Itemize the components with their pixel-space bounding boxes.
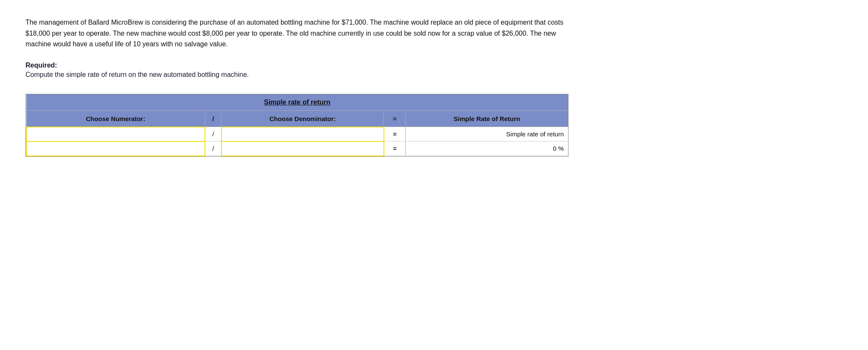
table-sub-header-row: Choose Numerator: / Choose Denominator: … — [26, 110, 568, 127]
divider-1: / — [205, 127, 221, 141]
numerator-input-2[interactable] — [30, 145, 201, 152]
denominator-input-cell-1[interactable] — [221, 127, 384, 141]
result-cell-2: 0% — [406, 141, 568, 156]
denominator-input-1[interactable] — [225, 130, 380, 138]
numerator-input-cell-2[interactable] — [26, 141, 205, 156]
rate-of-return-table: Simple rate of return Choose Numerator: … — [25, 94, 568, 157]
table-main-header-row: Simple rate of return — [26, 94, 568, 111]
result-cell-1: Simple rate of return — [406, 127, 568, 141]
required-label: Required: — [25, 62, 568, 69]
required-section: Required: Compute the simple rate of ret… — [25, 62, 568, 79]
table-row-1: / = Simple rate of return — [26, 127, 568, 141]
numerator-input-cell-1[interactable] — [26, 127, 205, 141]
table-main-header-cell: Simple rate of return — [26, 94, 568, 111]
equals-sign-1: = — [384, 127, 406, 141]
header-equals: = — [384, 110, 406, 127]
numerator-input-1[interactable] — [30, 130, 201, 138]
equals-sign-2: = — [384, 141, 406, 156]
header-result: Simple Rate of Return — [406, 110, 568, 127]
table-row-2: / = 0% — [26, 141, 568, 156]
header-denominator: Choose Denominator: — [221, 110, 384, 127]
denominator-input-cell-2[interactable] — [221, 141, 384, 156]
required-instruction: Compute the simple rate of return on the… — [25, 71, 568, 79]
header-numerator: Choose Numerator: — [26, 110, 205, 127]
divider-2: / — [205, 141, 221, 156]
header-divider: / — [205, 110, 221, 127]
problem-text: The management of Ballard MicroBrew is c… — [25, 17, 568, 50]
denominator-input-2[interactable] — [225, 145, 380, 152]
percent-sign: % — [558, 145, 564, 152]
